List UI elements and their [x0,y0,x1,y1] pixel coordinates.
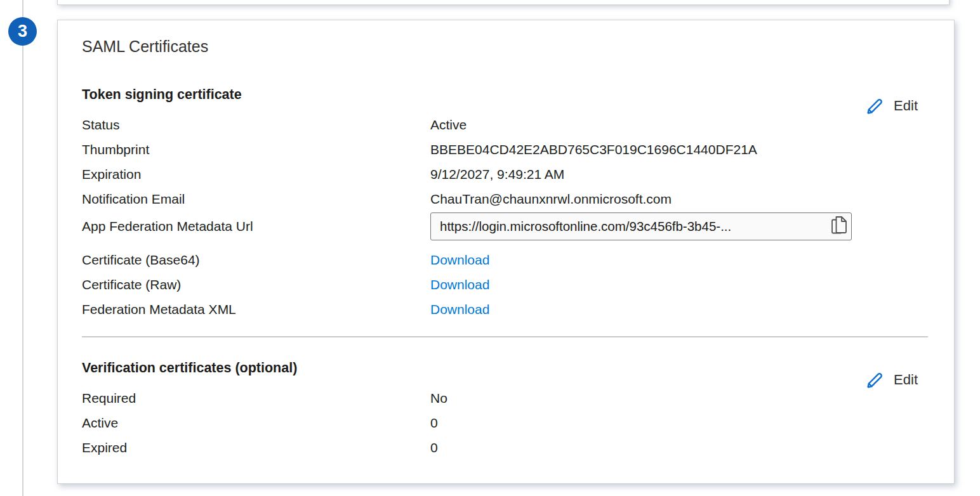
pencil-icon [864,369,885,391]
field-value: 0 [430,440,438,455]
edit-button-label: Edit [894,372,918,388]
verification-certificates-heading: Verification certificates (optional) [82,359,928,377]
download-link[interactable]: Download [430,302,489,317]
field-label: Expired [82,440,430,455]
field-label: App Federation Metadata Url [82,219,430,234]
section-divider [82,336,928,337]
metadata-url-box[interactable]: https://login.microsoftonline.com/93c456… [430,212,852,240]
field-row: Expiration 9/12/2027, 9:49:21 AM [82,162,928,186]
field-label: Required [82,391,430,406]
certificate-download-rows: Certificate (Base64) Download Certificat… [82,247,928,322]
download-link[interactable]: Download [430,252,489,268]
field-label: Certificate (Raw) [82,277,430,292]
edit-token-signing-button[interactable]: Edit [864,94,918,117]
field-row: Required No [82,386,928,410]
previous-card-bottom-edge [57,0,950,5]
step-number: 3 [18,22,27,41]
field-label: Active [82,415,430,431]
field-row: Status Active [82,112,928,137]
edit-button-label: Edit [894,98,918,114]
field-row: Expired 0 [82,435,928,460]
field-label: Expiration [82,167,430,182]
card-title: SAML Certificates [82,37,928,56]
field-label: Status [82,117,430,133]
edit-verification-button[interactable]: Edit [864,368,918,391]
step-connector-line [22,0,23,496]
metadata-url-value: https://login.microsoftonline.com/93c456… [431,219,827,234]
field-label: Thumbprint [82,142,430,157]
token-signing-certificate-heading: Token signing certificate [82,86,928,103]
saml-certificates-card: SAML Certificates Edit Edit [57,20,955,484]
field-value: 0 [430,415,438,431]
field-label: Federation Metadata XML [82,302,430,317]
field-row: Active 0 [82,410,928,435]
field-row: Certificate (Raw) Download [82,272,928,297]
verification-certificate-rows: Required No Active 0 Expired 0 [82,386,928,460]
field-value: No [430,391,447,406]
field-row: Notification Email ChauTran@chaunxnrwl.o… [82,186,928,211]
download-link[interactable]: Download [430,277,489,292]
copy-url-button[interactable] [827,214,851,239]
step-number-badge: 3 [8,17,37,46]
field-value: 9/12/2027, 9:49:21 AM [430,167,564,182]
field-value: BBEBE04CD42E2ABD765C3F019C1696C1440DF21A [430,142,757,157]
pencil-icon [864,95,885,117]
token-certificate-rows: Status Active Thumbprint BBEBE04CD42E2AB… [82,112,928,211]
field-label: Notification Email [82,192,430,207]
field-value: Active [430,117,467,133]
copy-icon [831,216,848,237]
field-value: ChauTran@chaunxnrwl.onmicrosoft.com [430,192,672,207]
field-row: Thumbprint BBEBE04CD42E2ABD765C3F019C169… [82,137,928,162]
app-federation-metadata-url-row: App Federation Metadata Url https://logi… [82,211,928,242]
field-row: Certificate (Base64) Download [82,247,928,272]
field-row: Federation Metadata XML Download [82,297,928,322]
field-label: Certificate (Base64) [82,252,430,268]
